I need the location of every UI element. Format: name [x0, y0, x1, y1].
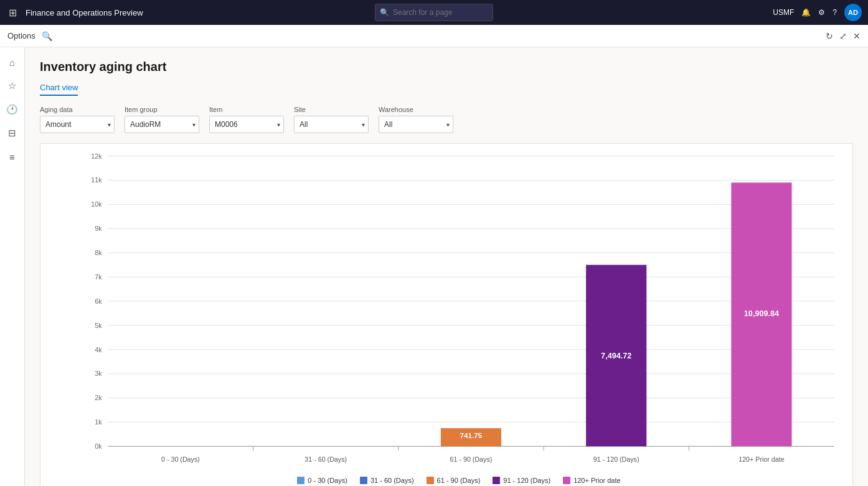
help-icon[interactable]: ?: [833, 8, 837, 17]
legend-color-120plus: [563, 477, 570, 484]
notification-icon[interactable]: 🔔: [801, 8, 811, 17]
settings-icon[interactable]: ⚙: [818, 8, 825, 17]
item-select-wrapper: M0006 All: [209, 116, 284, 133]
grid-menu-icon[interactable]: ⊞: [6, 4, 19, 21]
close-button[interactable]: ✕: [853, 31, 861, 41]
svg-text:61 - 90 (Days): 61 - 90 (Days): [450, 456, 493, 463]
item-group-label: Item group: [125, 106, 199, 113]
chart-container: 0k 1k 2k 3k 4k 5k 6k 7k 8k 9k 10k 11k 12…: [40, 143, 853, 486]
user-avatar[interactable]: AD: [844, 4, 862, 21]
legend-label-0-30: 0 - 30 (Days): [308, 477, 347, 484]
top-nav: ⊞ Finance and Operations Preview 🔍 USMF …: [0, 0, 868, 25]
item-group-select[interactable]: AudioRM All: [125, 116, 199, 133]
options-bar: Options 🔍 ↻ ⤢ ✕: [0, 25, 868, 47]
filter-row: Aging data Amount Quantity Item group Au…: [40, 106, 853, 133]
item-group-select-wrapper: AudioRM All: [125, 116, 199, 133]
svg-text:7,494.72: 7,494.72: [601, 352, 631, 360]
legend-61-90: 61 - 90 (Days): [427, 477, 481, 484]
svg-text:6k: 6k: [95, 297, 102, 305]
search-icon: 🔍: [380, 8, 389, 17]
sidebar-item-favorites[interactable]: ☆: [2, 76, 22, 96]
svg-text:10k: 10k: [91, 200, 102, 208]
svg-text:91 - 120 (Days): 91 - 120 (Days): [593, 456, 639, 463]
warehouse-filter: Warehouse All: [379, 106, 453, 133]
svg-text:11k: 11k: [91, 176, 102, 184]
site-select-wrapper: All: [294, 116, 369, 133]
options-search-icon[interactable]: 🔍: [42, 31, 52, 41]
chart-view-tab[interactable]: Chart view: [40, 83, 78, 96]
options-label: Options: [7, 31, 35, 40]
legend-31-60: 31 - 60 (Days): [360, 477, 414, 484]
legend-0-30: 0 - 30 (Days): [297, 477, 347, 484]
legend-color-91-120: [493, 477, 500, 484]
aging-data-label: Aging data: [40, 106, 115, 113]
legend-color-31-60: [360, 477, 367, 484]
sidebar-item-recent[interactable]: 🕐: [2, 100, 22, 119]
aging-data-select[interactable]: Amount Quantity: [40, 116, 115, 133]
sidebar: ⌂ ☆ 🕐 ⊟ ≡: [0, 47, 25, 486]
site-label: Site: [294, 106, 369, 113]
legend-label-120plus: 120+ Prior date: [573, 477, 621, 484]
warehouse-select-wrapper: All: [379, 116, 453, 133]
svg-text:9k: 9k: [95, 225, 102, 232]
svg-text:120+ Prior date: 120+ Prior date: [738, 456, 784, 463]
expand-button[interactable]: ⤢: [839, 31, 847, 41]
warehouse-label: Warehouse: [379, 106, 453, 113]
svg-text:31 - 60 (Days): 31 - 60 (Days): [304, 456, 347, 463]
user-label[interactable]: USMF: [773, 8, 794, 17]
legend-120plus: 120+ Prior date: [563, 477, 621, 484]
legend-91-120: 91 - 120 (Days): [493, 477, 550, 484]
legend-color-61-90: [427, 477, 434, 484]
svg-text:4k: 4k: [95, 346, 102, 353]
svg-text:1k: 1k: [95, 418, 102, 426]
aging-data-filter: Aging data Amount Quantity: [40, 106, 115, 133]
window-controls: ↻ ⤢ ✕: [826, 31, 861, 41]
page-title: Inventory aging chart: [40, 60, 853, 74]
main-layout: ⌂ ☆ 🕐 ⊟ ≡ Inventory aging chart Chart vi…: [0, 47, 868, 486]
nav-right: USMF 🔔 ⚙ ? AD: [773, 4, 862, 21]
app-title: Finance and Operations Preview: [26, 8, 143, 17]
svg-text:10,909.84: 10,909.84: [744, 309, 779, 318]
item-label: Item: [209, 106, 284, 113]
item-filter: Item M0006 All: [209, 106, 284, 133]
svg-text:3k: 3k: [95, 370, 102, 377]
search-bar: 🔍: [375, 4, 493, 21]
site-select[interactable]: All: [294, 116, 369, 133]
item-group-filter: Item group AudioRM All: [125, 106, 199, 133]
search-input[interactable]: [375, 4, 493, 21]
sidebar-item-workspaces[interactable]: ⊟: [2, 123, 22, 143]
legend-color-0-30: [297, 477, 304, 484]
item-select[interactable]: M0006 All: [209, 116, 284, 133]
refresh-button[interactable]: ↻: [826, 31, 833, 41]
site-filter: Site All: [294, 106, 369, 133]
warehouse-select[interactable]: All: [379, 116, 453, 133]
sidebar-item-home[interactable]: ⌂: [2, 52, 22, 72]
svg-text:741.75: 741.75: [460, 431, 483, 439]
legend-label-91-120: 91 - 120 (Days): [503, 477, 550, 484]
svg-text:12k: 12k: [91, 152, 102, 160]
bar-chart: 0k 1k 2k 3k 4k 5k 6k 7k 8k 9k 10k 11k 12…: [72, 150, 846, 470]
svg-text:5k: 5k: [95, 322, 102, 329]
legend-label-61-90: 61 - 90 (Days): [437, 477, 481, 484]
chart-legend: 0 - 30 (Days) 31 - 60 (Days) 61 - 90 (Da…: [72, 477, 846, 484]
svg-text:0 - 30 (Days): 0 - 30 (Days): [161, 456, 200, 463]
svg-text:0k: 0k: [95, 442, 102, 450]
svg-text:8k: 8k: [95, 249, 102, 256]
aging-data-select-wrapper: Amount Quantity: [40, 116, 115, 133]
legend-label-31-60: 31 - 60 (Days): [370, 477, 414, 484]
svg-text:7k: 7k: [95, 273, 102, 281]
sidebar-item-modules[interactable]: ≡: [2, 147, 22, 167]
main-content: Inventory aging chart Chart view Aging d…: [25, 47, 868, 486]
svg-text:2k: 2k: [95, 394, 102, 401]
